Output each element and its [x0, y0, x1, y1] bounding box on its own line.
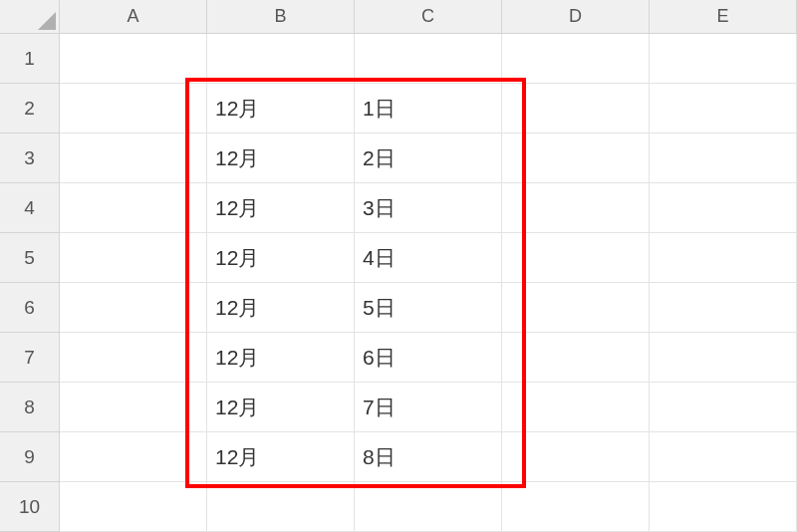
cell-b6[interactable]: 12月 [207, 283, 355, 333]
grid-row: 12月 4日 [60, 233, 797, 283]
cell-d10[interactable] [502, 482, 650, 532]
cell-c3[interactable]: 2日 [355, 133, 502, 183]
cell-d1[interactable] [502, 34, 650, 84]
cell-b10[interactable] [207, 482, 355, 532]
cell-e8[interactable] [650, 383, 797, 432]
cell-a10[interactable] [60, 482, 207, 532]
cell-e7[interactable] [650, 333, 797, 383]
cell-a4[interactable] [60, 183, 207, 233]
row-header-4[interactable]: 4 [0, 183, 60, 233]
cell-c1[interactable] [355, 34, 502, 84]
cell-b1[interactable] [207, 34, 355, 84]
col-header-d[interactable]: D [502, 0, 650, 34]
cell-e3[interactable] [650, 133, 797, 183]
cell-e9[interactable] [650, 432, 797, 482]
cell-b2[interactable]: 12月 [207, 84, 355, 133]
cell-d4[interactable] [502, 183, 650, 233]
cell-e2[interactable] [650, 84, 797, 133]
col-header-b[interactable]: B [207, 0, 355, 34]
cell-b5[interactable]: 12月 [207, 233, 355, 283]
grid-row: 12月 5日 [60, 283, 797, 333]
cell-a8[interactable] [60, 383, 207, 432]
cell-b8[interactable]: 12月 [207, 383, 355, 432]
grid-row: 12月 2日 [60, 133, 797, 183]
cell-e10[interactable] [650, 482, 797, 532]
cell-b7[interactable]: 12月 [207, 333, 355, 383]
cell-grid: 12月 1日 12月 2日 12月 3日 12月 4日 [60, 34, 797, 532]
cell-c8[interactable]: 7日 [355, 383, 502, 432]
cell-c6[interactable]: 5日 [355, 283, 502, 333]
select-all-corner[interactable] [0, 0, 60, 34]
row-headers: 1 2 3 4 5 6 7 8 9 10 [0, 34, 60, 532]
cell-d7[interactable] [502, 333, 650, 383]
cell-c2[interactable]: 1日 [355, 84, 502, 133]
grid-row: 12月 8日 [60, 432, 797, 482]
cell-e1[interactable] [650, 34, 797, 84]
col-header-e[interactable]: E [650, 0, 797, 34]
cell-d6[interactable] [502, 283, 650, 333]
cell-d5[interactable] [502, 233, 650, 283]
grid-row [60, 34, 797, 84]
col-header-c[interactable]: C [355, 0, 502, 34]
cell-c9[interactable]: 8日 [355, 432, 502, 482]
grid-row: 12月 3日 [60, 183, 797, 233]
cell-c7[interactable]: 6日 [355, 333, 502, 383]
cell-a1[interactable] [60, 34, 207, 84]
cell-c10[interactable] [355, 482, 502, 532]
row-header-9[interactable]: 9 [0, 432, 60, 482]
grid-row: 12月 1日 [60, 84, 797, 133]
cell-b4[interactable]: 12月 [207, 183, 355, 233]
cell-c5[interactable]: 4日 [355, 233, 502, 283]
cell-d2[interactable] [502, 84, 650, 133]
cell-a2[interactable] [60, 84, 207, 133]
column-headers: A B C D E [60, 0, 797, 34]
row-header-6[interactable]: 6 [0, 283, 60, 333]
cell-b9[interactable]: 12月 [207, 432, 355, 482]
cell-a6[interactable] [60, 283, 207, 333]
col-header-a[interactable]: A [60, 0, 207, 34]
cell-b3[interactable]: 12月 [207, 133, 355, 183]
row-header-3[interactable]: 3 [0, 133, 60, 183]
row-header-1[interactable]: 1 [0, 34, 60, 84]
row-header-5[interactable]: 5 [0, 233, 60, 283]
grid-row: 12月 6日 [60, 333, 797, 383]
cell-a3[interactable] [60, 133, 207, 183]
cell-e4[interactable] [650, 183, 797, 233]
cell-a7[interactable] [60, 333, 207, 383]
row-header-2[interactable]: 2 [0, 84, 60, 133]
cell-e5[interactable] [650, 233, 797, 283]
row-header-10[interactable]: 10 [0, 482, 60, 532]
cell-a5[interactable] [60, 233, 207, 283]
row-header-7[interactable]: 7 [0, 333, 60, 383]
cell-e6[interactable] [650, 283, 797, 333]
grid-row [60, 482, 797, 532]
select-all-triangle-icon [38, 12, 56, 30]
cell-d9[interactable] [502, 432, 650, 482]
cell-c4[interactable]: 3日 [355, 183, 502, 233]
cell-d3[interactable] [502, 133, 650, 183]
row-header-8[interactable]: 8 [0, 383, 60, 432]
cell-a9[interactable] [60, 432, 207, 482]
grid-row: 12月 7日 [60, 383, 797, 432]
spreadsheet: A B C D E 1 2 3 4 5 6 7 8 9 10 12月 1日 [0, 0, 797, 532]
cell-d8[interactable] [502, 383, 650, 432]
